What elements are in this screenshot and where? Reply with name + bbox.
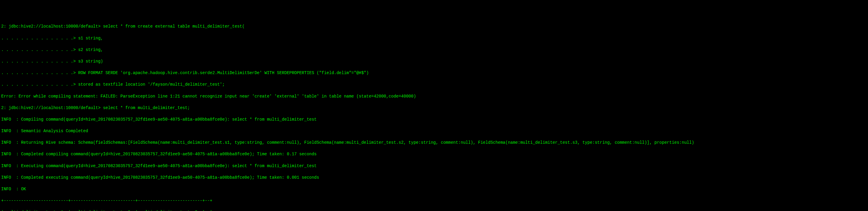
continuation-prompt: . . . . . . . . . . . . . . .>: [1, 71, 78, 75]
sql-statement: s2 string,: [78, 47, 103, 52]
info-label: INFO :: [1, 117, 21, 122]
sql-statement: s1 string,: [78, 36, 103, 41]
table-border: +--------------------------+------------…: [1, 198, 867, 204]
terminal-output: . . . . . . . . . . . . . . .> s2 string…: [1, 47, 867, 53]
info-label: INFO :: [1, 175, 21, 180]
info-line: INFO : Executing command(queryId=hive_20…: [1, 163, 867, 169]
sql-statement: select * from multi_delimiter_test;: [103, 105, 190, 110]
continuation-prompt: . . . . . . . . . . . . . . .>: [1, 47, 78, 52]
info-text: Compiling command(queryId=hive_201708230…: [21, 117, 317, 122]
info-text: Semantic Analysis Completed: [21, 129, 88, 133]
info-text: Completed executing command(queryId=hive…: [21, 175, 319, 180]
table-header: | multi_delimiter_test.s1 | multi_delimi…: [1, 210, 867, 211]
info-line: INFO : Semantic Analysis Completed: [1, 128, 867, 134]
terminal-output: . . . . . . . . . . . . . . .> stored as…: [1, 82, 867, 88]
terminal-output: . . . . . . . . . . . . . . .> s1 string…: [1, 35, 867, 42]
terminal-output: . . . . . . . . . . . . . . .> s3 string…: [1, 59, 867, 64]
continuation-prompt: . . . . . . . . . . . . . . .>: [1, 82, 78, 87]
info-text: Executing command(queryId=hive_201708230…: [21, 164, 317, 168]
terminal-output: 2: jdbc:hive2://localhost:10000/default>…: [1, 105, 867, 111]
info-text: Completed compiling command(queryId=hive…: [21, 152, 317, 156]
sql-statement: stored as textfile location '/fayson/mul…: [78, 82, 225, 87]
info-line: INFO : Completed executing command(query…: [1, 175, 867, 181]
info-label: INFO :: [1, 129, 21, 133]
info-line: INFO : OK: [1, 186, 867, 192]
info-line: INFO : Returning Hive schema: Schema(fie…: [1, 140, 867, 146]
info-label: INFO :: [1, 140, 21, 145]
info-label: INFO :: [1, 164, 21, 168]
info-text: Returning Hive schema: Schema(fieldSchem…: [21, 140, 694, 145]
terminal-output: 2: jdbc:hive2://localhost:10000/default>…: [1, 24, 867, 30]
prompt: 2: jdbc:hive2://localhost:10000/default>: [1, 105, 103, 110]
info-text: OK: [21, 187, 26, 191]
info-label: INFO :: [1, 152, 21, 156]
info-line: INFO : Compiling command(queryId=hive_20…: [1, 117, 867, 123]
sql-statement: s3 string): [78, 59, 103, 64]
error-message: Error: Error while compiling statement: …: [1, 94, 867, 100]
info-line: INFO : Completed compiling command(query…: [1, 152, 867, 157]
info-label: INFO :: [1, 187, 21, 191]
continuation-prompt: . . . . . . . . . . . . . . .>: [1, 59, 78, 64]
sql-statement: select * from create external table mult…: [103, 24, 245, 29]
terminal-output: . . . . . . . . . . . . . . .> ROW FORMA…: [1, 70, 867, 76]
continuation-prompt: . . . . . . . . . . . . . . .>: [1, 36, 78, 41]
sql-statement: ROW FORMAT SERDE 'org.apache.hadoop.hive…: [78, 71, 369, 75]
prompt: 2: jdbc:hive2://localhost:10000/default>: [1, 24, 103, 29]
